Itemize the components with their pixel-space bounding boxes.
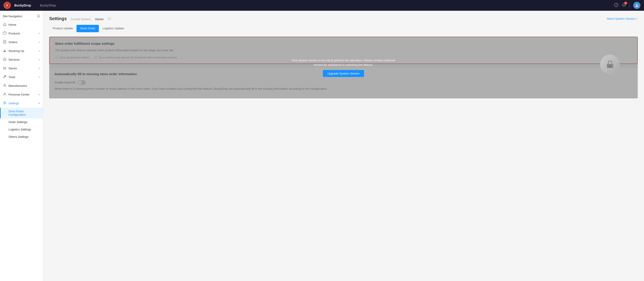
nav-right: ? 1 xyxy=(614,2,640,9)
products-icon xyxy=(3,31,7,36)
services-icon xyxy=(3,58,7,62)
notification-button[interactable]: 1 xyxy=(622,3,626,8)
about-system-link[interactable]: About System Version > xyxy=(607,17,638,20)
sidebar-item-label-services: Services xyxy=(8,58,20,61)
notification-badge: 1 xyxy=(624,2,627,5)
sidebar-item-label-products: Products xyxy=(8,32,20,35)
tab-store-order[interactable]: Store Order xyxy=(76,25,99,32)
svg-text:B: B xyxy=(6,4,8,7)
sidebar-item-label-orders: Orders xyxy=(8,41,18,44)
svg-rect-10 xyxy=(3,52,6,52)
page-title: Settings xyxy=(49,16,67,21)
stocking-up-icon xyxy=(3,49,7,53)
sidebar-item-label-tools: Tools xyxy=(8,75,15,79)
svg-point-15 xyxy=(4,103,5,104)
sidebar-item-label-stocking: Stocking Up xyxy=(8,49,24,53)
sidebar-item-label-settings: Settings xyxy=(8,102,19,105)
products-chevron: ∨ xyxy=(38,32,40,35)
tabs-row: Product Update Store Order Logistics Upd… xyxy=(49,25,638,32)
svg-rect-12 xyxy=(4,68,6,69)
app-logo: B xyxy=(4,2,11,9)
sidebar-sub-others-settings[interactable]: Others Settings xyxy=(0,133,43,141)
personal-center-icon xyxy=(3,92,7,97)
sidebar-item-settings[interactable]: Settings ∧ xyxy=(0,99,43,108)
content-area: Settings Current System: Starter i About… xyxy=(43,11,644,281)
content-wrapper: Store order fulfillment scope settings T… xyxy=(49,37,638,98)
stocking-chevron: ∨ xyxy=(38,50,40,52)
upgrade-button[interactable]: Upgrade System Version xyxy=(323,70,364,77)
sidebar-item-label-stores: Stores xyxy=(8,67,17,70)
sidebar-item-home[interactable]: Home xyxy=(0,20,43,29)
nav-divider xyxy=(630,3,630,8)
tab-product-update[interactable]: Product Update xyxy=(49,25,76,32)
sidebar-item-products[interactable]: Products ∨ xyxy=(0,29,43,38)
tools-chevron: ∨ xyxy=(38,76,40,79)
settings-chevron: ∧ xyxy=(38,102,40,105)
info-icon: i xyxy=(108,17,111,21)
top-nav: B BuckyDrop BuckyShop ? 1 xyxy=(0,0,644,11)
orders-icon xyxy=(3,40,7,44)
shop-name: BuckyShop xyxy=(40,4,56,7)
sidebar-item-stocking-up[interactable]: Stocking Up ∨ xyxy=(0,47,43,55)
sidebar-item-label-personal: Personal Center xyxy=(8,93,30,96)
svg-point-14 xyxy=(4,93,5,94)
sidebar-item-manufacturers[interactable]: Manufacturers xyxy=(0,81,43,90)
sidebar-item-tools[interactable]: Tools ∨ xyxy=(0,73,43,81)
sidebar-item-label-home: Home xyxy=(8,23,16,27)
stores-chevron: ∨ xyxy=(38,67,40,70)
settings-title-row: Settings Current System: Starter i xyxy=(49,16,111,21)
svg-text:i: i xyxy=(109,18,110,20)
home-icon xyxy=(3,23,7,27)
tools-icon xyxy=(3,75,7,79)
sidebar-header: Site Navigation ☰ xyxy=(0,11,43,20)
brand-name: BuckyDrop xyxy=(14,4,31,7)
upgrade-overlay: Your system version is too old to perfor… xyxy=(49,37,638,98)
sidebar-item-orders[interactable]: Orders ∨ xyxy=(0,38,43,47)
avatar[interactable] xyxy=(633,2,640,9)
personal-chevron: ∨ xyxy=(38,93,40,96)
stores-icon xyxy=(3,66,7,71)
sidebar: Site Navigation ☰ Home Products ∨ Orders… xyxy=(0,11,43,281)
sidebar-item-stores[interactable]: Stores ∨ xyxy=(0,64,43,73)
lock-icon xyxy=(605,60,615,69)
orders-chevron: ∨ xyxy=(38,41,40,44)
settings-header: Settings Current System: Starter i About… xyxy=(49,16,638,21)
help-button[interactable]: ? xyxy=(614,3,618,8)
svg-point-4 xyxy=(636,4,638,6)
svg-text:?: ? xyxy=(616,4,617,6)
sidebar-sub-store-rules[interactable]: Store Rules Configuration xyxy=(0,108,43,118)
menu-icon[interactable]: ☰ xyxy=(37,14,40,18)
current-system-label: Current System: xyxy=(70,18,92,21)
svg-point-13 xyxy=(4,84,5,86)
services-chevron: ∨ xyxy=(38,58,40,61)
sidebar-sub-order-settings[interactable]: Order Settings xyxy=(0,118,43,126)
sidebar-sub-logistics-settings[interactable]: Logistics Settings xyxy=(0,126,43,133)
svg-rect-5 xyxy=(3,32,6,35)
current-system-value: Starter xyxy=(95,18,104,21)
sidebar-item-label-manufacturers: Manufacturers xyxy=(8,84,27,88)
lock-icon-container xyxy=(600,55,620,74)
lock-circle xyxy=(600,55,620,74)
manufacturers-icon xyxy=(3,84,7,88)
settings-icon xyxy=(3,101,7,105)
tab-logistics-update[interactable]: Logistics Update xyxy=(99,25,128,32)
main-layout: Site Navigation ☰ Home Products ∨ Orders… xyxy=(0,11,644,281)
sidebar-item-services[interactable]: Services ∨ xyxy=(0,55,43,64)
sidebar-item-personal-center[interactable]: Personal Center ∨ xyxy=(0,90,43,99)
upgrade-message: Your system version is too old to perfor… xyxy=(288,58,399,67)
sidebar-title: Site Navigation xyxy=(3,15,22,18)
